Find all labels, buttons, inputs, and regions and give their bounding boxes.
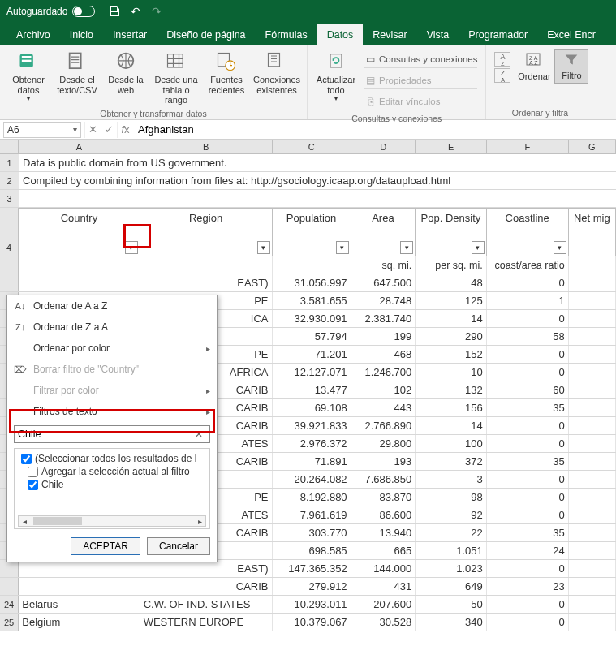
name-box[interactable]: A6▾ xyxy=(3,122,81,138)
scroll-thumb[interactable] xyxy=(33,517,82,525)
cell[interactable] xyxy=(569,542,616,559)
row-header[interactable]: 2 xyxy=(0,172,19,189)
sort-button[interactable]: Z AA ZOrdenar xyxy=(515,49,553,84)
header-coastline[interactable]: Coastline▾ xyxy=(487,208,569,256)
cell[interactable] xyxy=(569,524,616,541)
cell[interactable]: 0 xyxy=(487,310,569,327)
col-header-e[interactable]: E xyxy=(416,140,486,153)
cell[interactable]: 28.748 xyxy=(351,292,416,309)
cell-a2[interactable]: Compiled by combining information from f… xyxy=(19,172,615,189)
filter-dropdown-country[interactable]: ▾ xyxy=(125,241,138,254)
cell[interactable]: Belarus xyxy=(19,596,140,613)
from-table-button[interactable]: Desde una tabla o rango xyxy=(151,49,201,107)
col-header-c[interactable]: C xyxy=(273,140,351,153)
col-header-b[interactable]: B xyxy=(140,140,273,153)
header-region[interactable]: Region▾ xyxy=(140,208,273,256)
save-icon[interactable] xyxy=(108,5,121,18)
cell[interactable]: 1 xyxy=(487,292,569,309)
cell[interactable]: 102 xyxy=(351,381,416,398)
cell[interactable] xyxy=(569,399,616,416)
cell[interactable]: per sq. mi. xyxy=(416,256,486,274)
cell[interactable] xyxy=(569,381,616,398)
get-data-button[interactable]: Obtener datos ▾ xyxy=(5,49,52,104)
tab-formulas[interactable]: Fórmulas xyxy=(256,24,317,45)
cell[interactable]: 92 xyxy=(416,506,486,523)
cell[interactable]: 125 xyxy=(416,292,486,309)
autosave-toggle[interactable]: Autoguardado xyxy=(6,6,95,17)
cell[interactable]: C.W. OF IND. STATES xyxy=(140,596,273,613)
cell[interactable] xyxy=(19,560,140,577)
cell[interactable] xyxy=(569,364,616,381)
cell[interactable]: 13.477 xyxy=(273,381,351,398)
cell[interactable]: 22 xyxy=(416,524,486,541)
cell[interactable]: 665 xyxy=(351,542,416,559)
cell[interactable]: 13.940 xyxy=(351,524,416,541)
cell[interactable]: 0 xyxy=(487,274,569,291)
cell[interactable]: EAST) xyxy=(140,274,273,291)
cell[interactable] xyxy=(569,596,616,613)
row-header[interactable]: 1 xyxy=(0,154,19,171)
cell[interactable]: 83.870 xyxy=(351,489,416,506)
cell[interactable] xyxy=(19,256,140,274)
cell[interactable]: 144.000 xyxy=(351,560,416,577)
cell[interactable]: 152 xyxy=(416,346,486,363)
cell[interactable]: 10 xyxy=(416,364,486,381)
accept-button[interactable]: ACEPTAR xyxy=(71,537,140,555)
cell[interactable] xyxy=(273,256,351,274)
row-header[interactable]: 25 xyxy=(0,614,19,631)
cell[interactable]: 32.930.091 xyxy=(273,310,351,327)
cell[interactable]: 71.201 xyxy=(273,346,351,363)
cell[interactable]: 12.127.071 xyxy=(273,364,351,381)
cell[interactable] xyxy=(569,614,616,631)
cell[interactable]: 29.800 xyxy=(351,435,416,452)
col-header-g[interactable]: G xyxy=(569,140,616,153)
from-csv-button[interactable]: Desde el texto/CSV xyxy=(54,49,101,97)
cell[interactable]: 0 xyxy=(487,417,569,434)
cell[interactable]: 35 xyxy=(487,399,569,416)
cell[interactable]: 98 xyxy=(416,489,486,506)
cell[interactable]: 7.686.850 xyxy=(351,471,416,488)
tab-archivo[interactable]: Archivo xyxy=(6,24,60,45)
cell[interactable]: 431 xyxy=(351,578,416,595)
cell[interactable] xyxy=(569,274,616,291)
cell[interactable]: 10.379.067 xyxy=(273,614,351,631)
cell[interactable]: 698.585 xyxy=(273,542,351,559)
check-chile[interactable]: Chile xyxy=(18,478,206,491)
tab-vista[interactable]: Vista xyxy=(417,24,459,45)
fx-icon[interactable]: fx xyxy=(117,122,133,138)
cell[interactable]: 60 xyxy=(487,381,569,398)
from-web-button[interactable]: Desde la web xyxy=(102,49,149,97)
cell[interactable]: 39.921.833 xyxy=(273,417,351,434)
existing-conn-button[interactable]: Conexiones existentes xyxy=(252,49,302,97)
cell[interactable]: 0 xyxy=(487,346,569,363)
cell[interactable]: 443 xyxy=(351,399,416,416)
tab-programador[interactable]: Programador xyxy=(459,24,537,45)
check-add-selection[interactable]: Agregar la selección actual al filtro xyxy=(18,465,206,478)
cell[interactable]: 1.023 xyxy=(416,560,486,577)
cell-a1[interactable]: Data is public domain from US government… xyxy=(19,154,615,171)
header-country[interactable]: Country▾ xyxy=(19,208,140,256)
cell[interactable] xyxy=(569,453,616,470)
cell[interactable]: sq. mi. xyxy=(351,256,416,274)
cell[interactable] xyxy=(569,328,616,345)
cell[interactable]: 35 xyxy=(487,524,569,541)
header-area[interactable]: Area▾ xyxy=(351,208,416,256)
formula-input[interactable] xyxy=(133,122,616,138)
cell[interactable]: 31.056.997 xyxy=(273,274,351,291)
row-header[interactable]: 4 xyxy=(0,208,19,256)
cell[interactable]: 57.794 xyxy=(273,328,351,345)
cell[interactable] xyxy=(569,506,616,523)
cell[interactable]: 290 xyxy=(416,328,486,345)
edit-links-button[interactable]: ⎘Editar vínculos xyxy=(364,93,477,110)
filter-dropdown-density[interactable]: ▾ xyxy=(472,241,485,254)
cell[interactable]: 100 xyxy=(416,435,486,452)
cell[interactable] xyxy=(569,346,616,363)
cell[interactable]: 468 xyxy=(351,346,416,363)
tab-excel-encr[interactable]: Excel Encr xyxy=(537,24,605,45)
cancel-button[interactable]: Cancelar xyxy=(147,537,210,555)
sort-za-icon[interactable]: ZA xyxy=(494,68,510,83)
cell[interactable]: 86.600 xyxy=(351,506,416,523)
cell[interactable] xyxy=(140,256,273,274)
cell[interactable]: 14 xyxy=(416,417,486,434)
cell[interactable] xyxy=(569,471,616,488)
